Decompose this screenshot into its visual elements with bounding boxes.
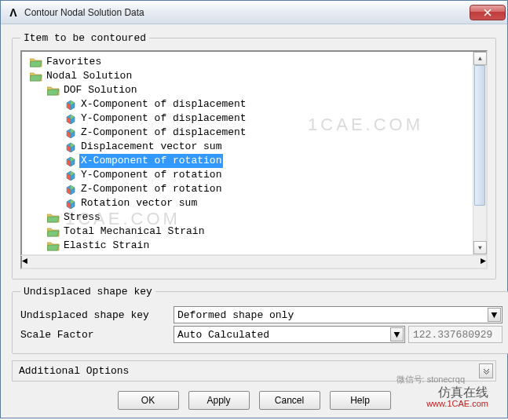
tree-item[interactable]: X-Component of displacement	[24, 97, 471, 111]
tree-item[interactable]: Total Mechanical Strain	[24, 225, 471, 239]
tree-item-label: Nodal Solution	[45, 69, 133, 83]
undisplaced-groupbox: Undisplaced shape key Undisplaced shape …	[12, 286, 508, 354]
hscroll-track[interactable]	[27, 256, 481, 268]
result-icon	[64, 170, 77, 181]
folder-icon	[47, 212, 60, 223]
folder-icon	[47, 240, 60, 251]
tree-item[interactable]: Favorites	[24, 55, 471, 69]
additional-options-label: Additional Options	[19, 365, 129, 377]
tree-item[interactable]: Displacement vector sum	[24, 140, 471, 154]
tree-item-label: Stress	[62, 210, 102, 225]
tree-item[interactable]: Y-Component of rotation	[24, 168, 471, 182]
tree-item-label: Displacement vector sum	[79, 140, 223, 154]
scroll-down-arrow[interactable]: ▼	[473, 241, 487, 254]
shape-key-row: Undisplaced shape key Deformed shape onl…	[20, 306, 503, 323]
scroll-right-arrow[interactable]: ►	[481, 256, 486, 268]
tree-item[interactable]: Z-Component of displacement	[24, 126, 471, 140]
shape-key-dropdown[interactable]: Deformed shape only ▼	[174, 306, 503, 323]
tree-item-label: Elastic Strain	[62, 239, 151, 253]
shape-key-value: Deformed shape only	[177, 309, 294, 321]
shape-key-label: Undisplaced shape key	[20, 309, 174, 321]
window-title: Contour Nodal Solution Data	[24, 7, 470, 18]
horizontal-scrollbar[interactable]: ◄ ►	[20, 256, 488, 269]
tree-item-label: Z-Component of displacement	[79, 126, 248, 140]
undisplaced-groupbox-title: Undisplaced shape key	[20, 286, 155, 298]
expand-down-icon	[479, 363, 493, 378]
tree-item-label: Rotation vector sum	[79, 196, 199, 210]
tree-item-label: Favorites	[45, 55, 103, 69]
folder-icon	[30, 57, 42, 68]
tree-item-label: Y-Component of rotation	[79, 168, 223, 182]
vertical-scrollbar[interactable]: ▲ ▼	[473, 52, 486, 254]
app-icon: Λ	[7, 6, 20, 19]
result-icon	[64, 113, 77, 124]
folder-open-icon	[47, 85, 60, 96]
tree-item-label: X-Component of displacement	[79, 97, 248, 111]
result-icon	[64, 99, 77, 110]
tree-item[interactable]: Elastic Strain	[24, 239, 471, 253]
tree-item-label: X-Component of rotation	[79, 154, 223, 168]
watermark: www.1CAE.com	[426, 399, 488, 408]
scale-factor-number: 122.337680929	[408, 326, 503, 343]
scroll-track[interactable]	[473, 65, 486, 241]
tree-container: FavoritesNodal SolutionDOF SolutionX-Com…	[20, 50, 488, 256]
tree-item-label: Z-Component of rotation	[79, 182, 223, 196]
titlebar: Λ Contour Nodal Solution Data	[1, 1, 507, 24]
scale-factor-label: Scale Factor	[20, 329, 174, 341]
dialog-body: Item to be contoured FavoritesNodal Solu…	[1, 24, 507, 418]
watermark: 仿真在线	[438, 385, 488, 401]
tree-item-label: Total Mechanical Strain	[62, 225, 206, 239]
cancel-button[interactable]: Cancel	[259, 391, 320, 410]
apply-button[interactable]: Apply	[188, 391, 250, 410]
result-icon	[64, 155, 77, 166]
scroll-thumb[interactable]	[474, 65, 485, 206]
tree-item[interactable]: Y-Component of displacement	[24, 111, 471, 126]
tree-item[interactable]: Nodal Solution	[24, 69, 471, 83]
button-row: OK Apply Cancel Help 微信号: stonecrqq 仿真在线…	[12, 388, 496, 411]
result-icon	[64, 184, 77, 195]
tree-item[interactable]: Stress	[24, 210, 471, 225]
scale-factor-row: Scale Factor Auto Calculated ▼ 122.33768…	[20, 326, 503, 343]
result-icon	[64, 141, 77, 152]
close-icon	[484, 9, 492, 16]
chevron-down-icon: ▼	[390, 327, 404, 341]
help-button[interactable]: Help	[330, 391, 391, 410]
tree-item[interactable]: DOF Solution	[24, 83, 471, 97]
result-icon	[64, 198, 77, 209]
item-groupbox: Item to be contoured FavoritesNodal Solu…	[12, 32, 496, 279]
tree-item[interactable]: Z-Component of rotation	[24, 182, 471, 196]
tree-item-label: DOF Solution	[62, 83, 139, 97]
tree-item-label: Y-Component of displacement	[79, 111, 248, 126]
scroll-left-arrow[interactable]: ◄	[22, 256, 27, 268]
tree-item[interactable]: X-Component of rotation	[24, 154, 471, 168]
folder-open-icon	[30, 71, 42, 82]
additional-options-expander[interactable]: Additional Options	[12, 360, 496, 382]
result-icon	[64, 127, 77, 138]
dialog-window: Λ Contour Nodal Solution Data Item to be…	[0, 0, 508, 418]
scroll-up-arrow[interactable]: ▲	[473, 52, 487, 65]
item-groupbox-title: Item to be contoured	[20, 32, 149, 44]
chevron-down-icon: ▼	[488, 308, 501, 322]
tree-item[interactable]: Rotation vector sum	[24, 196, 471, 210]
scale-factor-value: Auto Calculated	[177, 329, 269, 341]
ok-button[interactable]: OK	[118, 391, 179, 410]
scale-factor-dropdown[interactable]: Auto Calculated ▼	[174, 326, 405, 343]
solution-tree[interactable]: FavoritesNodal SolutionDOF SolutionX-Com…	[22, 52, 473, 254]
folder-icon	[47, 226, 60, 237]
close-button[interactable]	[470, 5, 506, 20]
